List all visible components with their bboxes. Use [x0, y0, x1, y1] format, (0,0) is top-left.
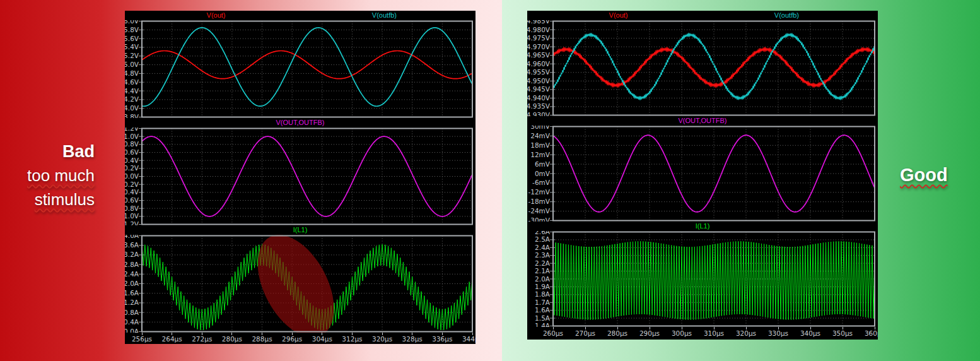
- y-tick-label: 1.7A: [535, 299, 551, 306]
- x-tick-label: 300µs: [665, 329, 699, 337]
- x-tick-label: 264µs: [155, 335, 189, 343]
- y-tick-label: 4.935V: [527, 102, 551, 110]
- x-tick-label: 272µs: [185, 335, 219, 343]
- slide-canvas: Bad too much stimulus Good V(out)V(outfb…: [0, 0, 980, 361]
- y-tick-label: 12mV: [530, 151, 551, 158]
- trace-title: V(outfb): [372, 11, 397, 20]
- trace-v-outfb-: [142, 28, 472, 106]
- bad-label-title: Bad: [11, 139, 95, 163]
- x-tick-label: 304µs: [305, 335, 339, 343]
- y-tick-label: -24mV: [528, 207, 550, 215]
- y-tick-label: 1.6A: [125, 289, 139, 297]
- waveform-pane: 4.0A3.6A3.2A2.8A2.4A2.0A1.6A1.2A0.8A0.4A…: [125, 235, 475, 333]
- y-tick-label: 4.955V: [527, 68, 551, 76]
- x-tick-label: 310µs: [697, 329, 731, 337]
- x-tick-label: 360µs: [858, 329, 878, 337]
- y-tick-label: 1.6A: [535, 306, 551, 314]
- pane-titlebar: V(OUT,OUTFB): [125, 118, 475, 127]
- y-tick-label: 2.4A: [535, 244, 551, 251]
- y-tick-label: 4.4V: [125, 87, 139, 95]
- good-label-title: Good: [900, 163, 948, 187]
- y-tick-label: 2.2A: [535, 259, 551, 267]
- y-tick-label: 1.2V: [125, 127, 139, 132]
- y-tick-label: 2.0A: [125, 280, 139, 287]
- y-tick-label: 4.2V: [125, 95, 139, 103]
- good-label: Good: [900, 163, 948, 187]
- bad-label: Bad too much stimulus: [11, 139, 95, 211]
- y-tick-label: 2.8A: [125, 261, 139, 268]
- pane-titlebar: I(L1): [125, 225, 475, 235]
- x-tick-label: 340µs: [793, 329, 827, 337]
- y-tick-label: 4.0V: [125, 104, 139, 112]
- x-axis-strip: 256µs264µs272µs280µs288µs296µs304µs312µs…: [125, 333, 475, 344]
- y-tick-label: 0.8V: [125, 140, 139, 148]
- trace-title: I(L1): [696, 222, 710, 230]
- y-tick-label: 1.9A: [535, 283, 551, 290]
- y-tick-label: 5.0V: [125, 61, 139, 68]
- waveform-pane: 4.985V4.980V4.975V4.970V4.965V4.960V4.95…: [527, 20, 878, 116]
- x-tick-label: 296µs: [275, 335, 309, 343]
- y-tick-label: -0.8V: [125, 204, 139, 212]
- y-tick-label: 1.8A: [535, 290, 551, 298]
- trace-v-out-: [142, 50, 472, 78]
- x-tick-label: 290µs: [633, 329, 667, 337]
- y-tick-label: 4.930V: [527, 111, 551, 116]
- bad-label-subtitle-line2: stimulus: [11, 187, 95, 211]
- x-tick-label: 288µs: [245, 335, 279, 343]
- x-tick-label: 270µs: [568, 329, 602, 337]
- x-tick-label: 336µs: [425, 335, 459, 343]
- y-tick-label: 3.2A: [125, 251, 139, 258]
- y-tick-label: 4.945V: [527, 85, 551, 93]
- y-tick-label: -0.4V: [125, 188, 139, 196]
- y-tick-label: 4.985V: [527, 20, 551, 25]
- x-tick-label: 280µs: [600, 329, 634, 337]
- pane-titlebar: V(out)V(outfb): [125, 11, 475, 20]
- x-axis-strip: 260µs270µs280µs290µs300µs310µs320µs330µs…: [527, 327, 878, 338]
- y-tick-label: 6.0V: [125, 20, 139, 25]
- y-tick-label: 2.0A: [535, 275, 551, 283]
- trace-title: V(OUT,OUTFB): [679, 117, 727, 125]
- y-tick-label: 4.950V: [527, 77, 551, 85]
- trace-title: V(outfb): [774, 11, 799, 20]
- y-tick-label: 5.8V: [125, 26, 139, 33]
- y-tick-label: -0.6V: [125, 196, 139, 204]
- y-tick-label: 4.6V: [125, 78, 139, 86]
- trace-v-out-: [553, 47, 875, 88]
- trace-title: I(L1): [293, 226, 308, 234]
- waveform-pane: 1.2V1.0V0.8V0.6V0.4V0.2V0.0V-0.2V-0.4V-0…: [125, 127, 475, 225]
- waveform-pane: 6.0V5.8V5.6V5.4V5.2V5.0V4.8V4.6V4.4V4.2V…: [125, 20, 475, 118]
- x-tick-label: 344µs: [455, 335, 475, 343]
- y-tick-label: 6mV: [535, 160, 551, 168]
- y-tick-label: -30mV: [528, 216, 550, 222]
- y-tick-label: 3.8V: [125, 113, 139, 118]
- y-tick-label: 4.0A: [125, 235, 139, 239]
- y-tick-label: 2.6A: [535, 231, 551, 235]
- trace-v-out-outfb-: [142, 136, 472, 216]
- y-tick-label: 24mV: [530, 132, 551, 139]
- trace-title: V(OUT,OUTFB): [276, 119, 325, 127]
- x-tick-label: 328µs: [395, 335, 429, 343]
- y-tick-label: 4.940V: [527, 94, 551, 102]
- y-tick-label: 4.8V: [125, 69, 139, 77]
- pane-titlebar: I(L1): [527, 222, 878, 231]
- x-tick-label: 330µs: [761, 329, 795, 337]
- y-tick-label: 0.0V: [125, 172, 139, 180]
- pane-border: [142, 129, 472, 225]
- y-tick-label: 5.2V: [125, 52, 139, 59]
- x-tick-label: 350µs: [825, 329, 860, 337]
- y-tick-label: -12mV: [528, 188, 550, 196]
- y-tick-label: 2.4A: [125, 270, 139, 278]
- y-tick-label: 0.6V: [125, 148, 139, 156]
- trace-title: V(out): [609, 11, 628, 20]
- y-tick-label: 4.980V: [527, 26, 551, 33]
- y-tick-label: 5.4V: [125, 43, 139, 50]
- trace-title: V(out): [207, 11, 226, 20]
- y-tick-label: 1.2A: [125, 299, 139, 306]
- x-tick-label: 312µs: [335, 335, 369, 343]
- bad-waveform-plot: V(out)V(outfb)6.0V5.8V5.6V5.4V5.2V5.0V4.…: [125, 11, 475, 344]
- y-tick-label: 2.5A: [535, 235, 551, 243]
- y-tick-label: 3.6A: [125, 241, 139, 249]
- y-tick-label: -0.2V: [125, 180, 139, 188]
- y-tick-label: 1.4A: [535, 322, 551, 327]
- x-tick-label: 260µs: [536, 329, 570, 337]
